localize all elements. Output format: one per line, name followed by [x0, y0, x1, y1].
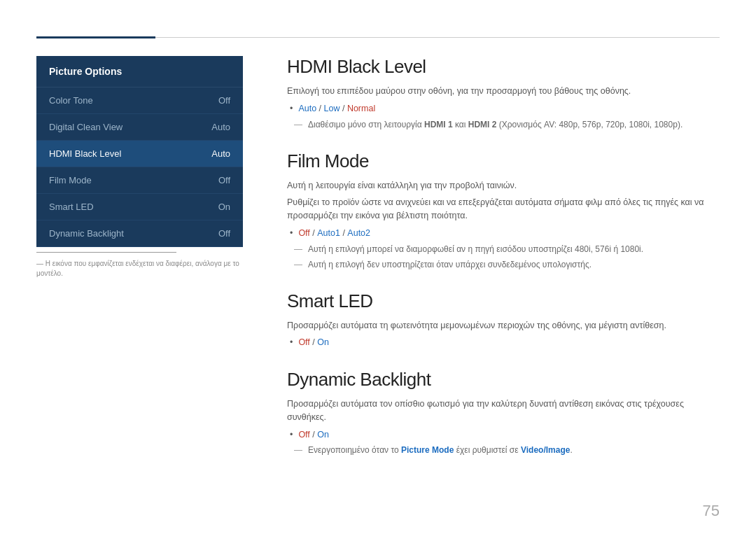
page-number: 75	[703, 502, 720, 520]
sidebar-label-digital-clean-view: Digital Clean View	[49, 122, 122, 132]
film-options-bullet: Off / Auto1 / Auto2	[287, 227, 720, 240]
film-auto2: Auto2	[347, 227, 370, 240]
sidebar-value-hdmi-black-level: Auto	[211, 148, 230, 159]
hdmi-sep1: /	[316, 102, 323, 115]
film-sep2: /	[340, 227, 347, 240]
hdmi-normal: Normal	[347, 102, 375, 115]
sidebar-value-film-mode: Off	[218, 175, 230, 185]
section-smart-led: Smart LED Προσαρμόζει αυτόματα τη φωτειν…	[287, 290, 720, 350]
picture-options-sidebar: Picture Options Color Tone Off Digital C…	[36, 56, 243, 247]
sidebar-value-dynamic-backlight: Off	[218, 228, 230, 239]
section-film-mode: Film Mode Αυτή η λειτουργία είναι κατάλλ…	[287, 150, 720, 271]
section-title-hdmi-black-level: HDMI Black Level	[287, 56, 720, 78]
sidebar-label-color-tone: Color Tone	[49, 95, 93, 106]
dynamic-backlight-off: Off	[298, 428, 309, 442]
hdmi-note: Διαθέσιμο μόνο στη λειτουργία HDMI 1 και…	[294, 118, 720, 131]
hdmi-note-text: Διαθέσιμο μόνο στη λειτουργία HDMI 1 και…	[308, 118, 682, 131]
sidebar-value-digital-clean-view: Auto	[211, 122, 230, 132]
sidebar-label-dynamic-backlight: Dynamic Backlight	[49, 228, 124, 239]
section-title-film-mode: Film Mode	[287, 150, 720, 172]
video-image-link: Video/Image	[521, 445, 570, 455]
dynamic-backlight-sep: /	[310, 428, 317, 442]
section-dynamic-backlight: Dynamic Backlight Προσαρμόζει αυτόματα τ…	[287, 369, 720, 456]
sidebar-item-film-mode[interactable]: Film Mode Off	[36, 167, 243, 194]
film-off: Off	[298, 227, 309, 240]
dynamic-backlight-options-bullet: Off / On	[287, 428, 720, 442]
sidebar-title: Picture Options	[36, 56, 243, 87]
hdmi-sep2: /	[340, 102, 346, 115]
dynamic-backlight-on: On	[317, 428, 329, 442]
sidebar-label-hdmi-black-level: HDMI Black Level	[49, 148, 121, 159]
smart-led-on: On	[317, 336, 329, 349]
film-note-2: Αυτή η επιλογή δεν υποστηρίζεται όταν υπ…	[294, 258, 720, 271]
top-decorative-lines	[36, 36, 720, 38]
section-desc-dynamic-backlight: Προσαρμόζει αυτόματα τον οπίσθιο φωτισμό…	[287, 398, 720, 424]
smart-led-options-bullet: Off / On	[287, 336, 720, 349]
section-desc-hdmi-black-level: Επιλογή του επιπέδου μαύρου στην οθόνη, …	[287, 85, 720, 98]
smart-led-off: Off	[298, 336, 309, 349]
dynamic-backlight-note: Ενεργοποιημένο όταν το Picture Mode έχει…	[294, 444, 720, 456]
top-line-accent	[36, 36, 155, 38]
sidebar-label-film-mode: Film Mode	[49, 175, 92, 185]
main-content: HDMI Black Level Επιλογή του επιπέδου μα…	[287, 56, 720, 498]
footnote-text: ― Η εικόνα που εμφανίζεται ενδέχεται να …	[36, 259, 243, 279]
section-desc-film-mode-1: Αυτή η λειτουργία είναι κατάλληλη για τη…	[287, 179, 720, 192]
film-note-2-text: Αυτή η επιλογή δεν υποστηρίζεται όταν υπ…	[308, 258, 592, 271]
sidebar-item-hdmi-black-level[interactable]: HDMI Black Level Auto	[36, 141, 243, 167]
section-desc-film-mode-2: Ρυθμίζει το προϊόν ώστε να ανιχνεύει και…	[287, 196, 720, 223]
section-title-smart-led: Smart LED	[287, 290, 720, 312]
smart-led-sep: /	[310, 336, 317, 349]
picture-mode-link: Picture Mode	[401, 445, 454, 455]
top-line-rule	[155, 37, 720, 38]
sidebar-item-digital-clean-view[interactable]: Digital Clean View Auto	[36, 114, 243, 141]
sidebar-label-smart-led: Smart LED	[49, 202, 94, 212]
film-note-1: Αυτή η επιλογή μπορεί να διαμορφωθεί αν …	[294, 243, 720, 255]
sidebar-value-color-tone: Off	[218, 95, 230, 106]
film-note-1-text: Αυτή η επιλογή μπορεί να διαμορφωθεί αν …	[308, 243, 643, 255]
hdmi-auto: Auto	[298, 102, 316, 115]
dynamic-backlight-note-text: Ενεργοποιημένο όταν το Picture Mode έχει…	[308, 444, 573, 456]
hdmi-options-bullet: Auto / Low / Normal	[287, 102, 720, 115]
section-hdmi-black-level: HDMI Black Level Επιλογή του επιπέδου μα…	[287, 56, 720, 131]
sidebar-value-smart-led: On	[218, 202, 230, 212]
film-auto1: Auto1	[317, 227, 340, 240]
sidebar-item-smart-led[interactable]: Smart LED On	[36, 194, 243, 220]
footnote-rule	[36, 252, 176, 253]
section-desc-smart-led: Προσαρμόζει αυτόματα τη φωτεινότητα μεμο…	[287, 319, 720, 332]
sidebar-item-color-tone[interactable]: Color Tone Off	[36, 87, 243, 114]
hdmi-low: Low	[324, 102, 340, 115]
section-title-dynamic-backlight: Dynamic Backlight	[287, 369, 720, 391]
sidebar-item-dynamic-backlight[interactable]: Dynamic Backlight Off	[36, 220, 243, 247]
film-sep1: /	[310, 227, 317, 240]
